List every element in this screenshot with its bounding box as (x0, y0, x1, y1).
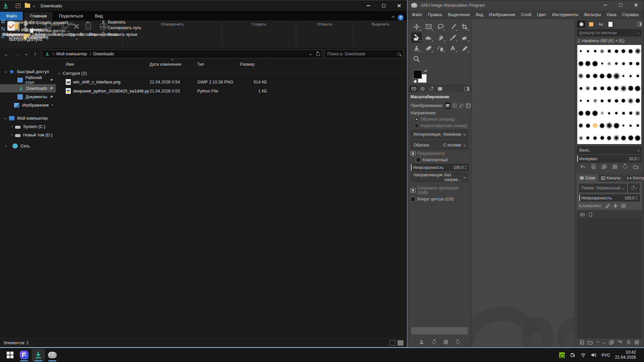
brush-thumbnail[interactable] (577, 95, 584, 107)
brush-thumbnail[interactable] (584, 95, 591, 107)
link-chain-icon[interactable] (589, 212, 592, 217)
brush-thumbnail[interactable] (577, 107, 584, 119)
menu-select[interactable]: Выделение (448, 12, 470, 17)
menu-view[interactable]: Вид (476, 12, 483, 17)
brush-thumbnail[interactable] (577, 57, 584, 70)
new-brush-icon[interactable] (591, 164, 596, 169)
brush-set-dropdown[interactable]: Basic, (577, 146, 642, 154)
brush-thumbnail[interactable] (599, 119, 606, 132)
dock-tab-images[interactable] (436, 86, 444, 92)
brush-thumbnail[interactable] (584, 45, 591, 57)
refresh-brushes-icon[interactable] (623, 165, 627, 169)
foreground-color-swatch[interactable] (413, 70, 422, 79)
tool-paintbrush[interactable] (447, 33, 458, 43)
brush-thumbnail[interactable] (613, 57, 620, 70)
menu-help[interactable]: Справка (622, 12, 639, 17)
tool-free-select[interactable] (435, 22, 446, 32)
duplicate-brush-icon[interactable] (602, 165, 606, 169)
brush-thumbnail[interactable] (627, 82, 634, 95)
menu-filters[interactable]: Фильтры (584, 12, 601, 17)
tool-warp-transform[interactable] (423, 33, 434, 43)
edit-brush-icon[interactable] (580, 165, 585, 169)
menu-tools[interactable]: Инструменты (552, 12, 578, 17)
brush-thumbnail[interactable] (591, 45, 598, 57)
minimize-button[interactable] (361, 0, 376, 11)
gimp-close-button[interactable] (628, 0, 644, 10)
brush-thumbnail[interactable] (591, 132, 598, 144)
open-brush-icon[interactable] (633, 165, 638, 169)
brush-thumbnail[interactable] (627, 45, 634, 57)
brush-thumbnail[interactable] (613, 45, 620, 57)
menu-layer[interactable]: Слой (521, 12, 531, 17)
dock-resize-handle[interactable]: ··· (575, 170, 644, 174)
brush-thumbnail[interactable] (591, 82, 598, 95)
brush-thumbnail[interactable] (599, 45, 606, 57)
layer-mode-reset-button[interactable] (628, 184, 640, 192)
merge-layer-icon[interactable] (618, 340, 622, 345)
menu-colors[interactable]: Цвет (537, 12, 546, 17)
select-all-button[interactable]: Выделить все (1, 20, 49, 25)
brush-thumbnail[interactable] (613, 119, 620, 132)
brush-thumbnail[interactable] (606, 107, 613, 119)
details-view-button[interactable] (389, 340, 395, 346)
preview-opacity-slider[interactable]: Непрозрачность 100,0 (411, 164, 469, 171)
clipping-dropdown[interactable]: Обрезка С полями (411, 140, 469, 149)
brush-thumbnail[interactable] (606, 70, 613, 82)
reset-tool-options-icon[interactable] (456, 340, 460, 344)
brush-thumbnail[interactable] (584, 119, 591, 132)
taskbar-gimp-button[interactable] (46, 349, 59, 361)
brush-thumbnail[interactable] (613, 95, 620, 107)
file-row-py[interactable]: deepseek_python_20260420_ea1d46.py 21.04… (56, 86, 407, 96)
brush-thumbnail[interactable] (627, 95, 634, 107)
duplicate-layer-icon[interactable] (609, 340, 614, 345)
composited-checkbox[interactable]: Композитный (411, 158, 469, 162)
dock-tab-undo-history[interactable] (427, 86, 435, 92)
brush-thumbnail[interactable] (613, 82, 620, 95)
start-button[interactable] (3, 349, 17, 361)
brush-thumbnail[interactable] (634, 95, 641, 107)
file-row-png[interactable]: win_shift_s_interface.png 21.04.2026 0:5… (56, 77, 407, 86)
dock-tab-fonts[interactable]: Aa (596, 20, 605, 28)
brush-thumbnail[interactable] (599, 57, 606, 70)
brush-thumbnail[interactable] (606, 119, 613, 132)
restore-tool-preset-icon[interactable] (432, 340, 436, 344)
brush-thumbnail[interactable] (606, 45, 613, 57)
tab-channels[interactable]: Каналы (598, 174, 624, 182)
column-header-size[interactable]: Размер (238, 61, 269, 67)
visibility-eye-icon[interactable] (580, 213, 585, 216)
thumbnail-view-button[interactable] (397, 340, 404, 346)
speaker-tray-icon[interactable] (591, 353, 597, 357)
menu-windows[interactable]: Окна (607, 12, 616, 17)
layer-mode-dropdown[interactable]: Режим Нормальный (579, 184, 627, 192)
tool-smudge[interactable] (423, 43, 434, 53)
menu-edit[interactable]: Правка (428, 12, 442, 17)
brush-thumbnail[interactable] (584, 132, 591, 144)
sidebar-item-drive-c[interactable]: System (C:) (0, 122, 56, 131)
column-header-type[interactable]: Тип (195, 61, 238, 67)
invert-selection-button[interactable]: Обратить выделение (1, 35, 49, 40)
layer-list-empty[interactable] (577, 219, 642, 338)
brush-thumbnail[interactable] (627, 119, 634, 132)
tool-scale[interactable] (411, 33, 422, 43)
transform-layer-button[interactable] (445, 102, 450, 109)
power-tray-icon[interactable] (570, 353, 576, 357)
brush-thumbnail[interactable] (584, 107, 591, 119)
brush-thumbnail[interactable] (627, 132, 634, 144)
gimp-canvas-area[interactable] (472, 19, 575, 347)
sidebar-item-desktop[interactable]: Рабочий стол (0, 76, 56, 84)
brush-thumbnail[interactable] (599, 107, 606, 119)
dock-tab-document-history[interactable] (606, 20, 615, 28)
brush-thumbnail[interactable] (599, 95, 606, 107)
swap-colors-icon[interactable]: ⇄ (424, 69, 427, 73)
new-layer-group-icon[interactable] (588, 340, 593, 345)
brush-thumbnail[interactable] (577, 70, 584, 82)
preview-checkbox[interactable]: Предпросмотр (411, 151, 469, 156)
close-button[interactable] (391, 0, 407, 11)
brush-thumbnail[interactable] (620, 132, 627, 144)
brush-thumbnail[interactable] (584, 57, 591, 70)
tool-pencil[interactable] (460, 43, 470, 53)
brush-thumbnail[interactable] (620, 119, 627, 132)
keep-aspect-checkbox[interactable]: Сохранить пропорции (Shift) (411, 186, 469, 195)
brush-thumbnail[interactable] (627, 107, 634, 119)
tool-rectangle-select[interactable] (423, 22, 434, 32)
